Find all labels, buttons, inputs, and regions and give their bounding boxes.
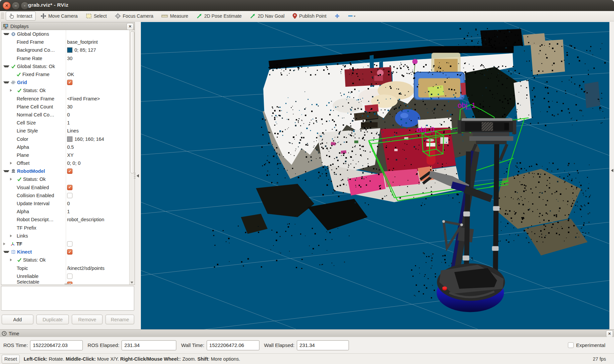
display-row[interactable]: Visual Enabled [1, 184, 135, 192]
row-value[interactable]: 0; 0; 0 [67, 160, 80, 166]
display-row[interactable]: Links [1, 232, 135, 240]
left-panel-splitter[interactable] [135, 22, 141, 329]
expander-open-icon[interactable] [3, 33, 9, 35]
collapse-left-icon[interactable] [137, 174, 139, 177]
display-row[interactable]: Line StyleLines [1, 127, 135, 135]
display-row[interactable]: Unreliable [1, 272, 135, 280]
display-row[interactable]: Grid [1, 78, 135, 86]
display-row[interactable]: Alpha0.5 [1, 143, 135, 151]
display-row[interactable]: Alpha1 [1, 208, 135, 216]
row-value[interactable]: 0.5 [67, 144, 74, 150]
toolbar-button-plus[interactable] [331, 11, 343, 21]
row-value[interactable]: 30 [67, 104, 72, 109]
toolbar-button-2d-pose-estimate[interactable]: 2D Pose Estimate [193, 11, 245, 21]
expander-closed-icon[interactable] [10, 235, 15, 237]
tree-scrollbar-thumb[interactable] [130, 31, 135, 173]
display-row[interactable]: Fixed Framebase_footprint [1, 38, 135, 46]
ros-time-input[interactable] [30, 340, 83, 350]
display-row[interactable]: Robot Descript…robot_description [1, 216, 135, 224]
tree-column-separator[interactable] [66, 30, 66, 285]
display-row[interactable]: PlaneXY [1, 151, 135, 159]
row-checkbox-checked[interactable] [67, 185, 72, 190]
row-value[interactable]: 0 [67, 201, 70, 206]
display-row[interactable]: Collision Enabled [1, 192, 135, 200]
render-viewport[interactable]: obj_0obj_1 [141, 22, 609, 329]
toolbar-button-2d-nav-goal[interactable]: 2D Nav Goal [246, 11, 288, 21]
experimental-checkbox[interactable] [568, 342, 574, 348]
row-checkbox-unchecked[interactable] [67, 241, 72, 247]
tree-resize-grip[interactable] [65, 283, 71, 285]
expander-closed-icon[interactable] [3, 243, 9, 245]
toolbar-button-measure[interactable]: Measure [158, 11, 191, 21]
expander-closed-icon[interactable] [10, 162, 15, 164]
add-button[interactable]: Add [2, 315, 33, 324]
row-value[interactable]: <Fixed Frame> [67, 96, 100, 101]
display-row[interactable]: Status: Ok [1, 256, 135, 264]
wall-elapsed-input[interactable] [297, 340, 349, 350]
row-value[interactable]: 30 [67, 56, 72, 61]
display-row[interactable]: Reference Frame<Fixed Frame> [1, 95, 135, 103]
row-checkbox-unchecked[interactable] [67, 274, 72, 279]
display-row[interactable]: Update Interval0 [1, 200, 135, 208]
color-swatch[interactable] [67, 47, 72, 53]
color-swatch[interactable] [67, 136, 72, 142]
display-row[interactable]: TF Prefix [1, 224, 135, 232]
display-row[interactable]: Cell Size1 [1, 119, 135, 127]
displays-close-icon[interactable]: ✕ [127, 23, 134, 30]
toolbar-button-focus-camera[interactable]: Focus Camera [112, 11, 157, 21]
display-row[interactable]: Frame Rate30 [1, 54, 135, 62]
tree-scrollbar[interactable] [129, 30, 135, 285]
ros-elapsed-input[interactable] [122, 340, 176, 350]
display-row[interactable]: TF [1, 240, 135, 248]
display-row[interactable]: Plane Cell Count30 [1, 103, 135, 111]
row-value[interactable]: /kinect2/sd/points [67, 266, 105, 271]
row-value[interactable]: Lines [67, 128, 79, 133]
display-row[interactable]: Global Status: Ok [1, 62, 135, 70]
toolbar-button-select[interactable]: Select [82, 11, 110, 21]
collapse-right-icon[interactable] [611, 169, 613, 172]
display-row[interactable]: Background Co…0; 85; 127 [1, 46, 135, 54]
row-value[interactable]: 0; 85; 127 [74, 47, 96, 53]
expander-closed-icon[interactable] [10, 178, 15, 180]
scroll-down-icon[interactable] [131, 282, 133, 284]
display-row[interactable]: Offset0; 0; 0 [1, 159, 135, 167]
row-value[interactable]: 0 [67, 112, 70, 117]
display-row[interactable]: Color160; 160; 164 [1, 135, 135, 143]
row-value[interactable]: XY [67, 152, 73, 158]
display-row[interactable]: Global Options [1, 30, 135, 38]
right-panel-splitter[interactable] [609, 22, 614, 329]
row-value[interactable]: 1 [67, 209, 70, 214]
display-row[interactable]: Kinect [1, 248, 135, 256]
duplicate-button[interactable]: Duplicate [36, 315, 69, 324]
time-close-icon[interactable]: ✕ [606, 330, 613, 337]
expander-open-icon[interactable] [3, 65, 9, 67]
display-row[interactable]: Status: Ok [1, 175, 135, 183]
row-value[interactable]: 160; 160; 164 [74, 136, 104, 142]
rename-button[interactable]: Rename [106, 315, 134, 324]
row-checkbox-checked[interactable] [67, 80, 72, 85]
reset-button[interactable]: Reset [2, 355, 20, 364]
row-checkbox-checked[interactable] [67, 249, 72, 255]
toolbar-button-publish-point[interactable]: Publish Point [289, 11, 330, 21]
splitter-grip[interactable] [134, 173, 136, 179]
display-row[interactable]: Status: Ok [1, 86, 135, 94]
wall-time-input[interactable] [207, 340, 259, 350]
row-value[interactable]: 1 [67, 120, 70, 125]
row-checkbox-checked[interactable] [67, 168, 72, 174]
row-value[interactable]: base_footprint [67, 39, 98, 45]
toolbar-grip[interactable] [1, 13, 4, 19]
expander-closed-icon[interactable] [10, 259, 15, 261]
displays-panel-header[interactable]: Displays ✕ [1, 22, 135, 30]
display-row[interactable]: RobotModel [1, 167, 135, 175]
row-value[interactable]: robot_description [67, 217, 104, 222]
window-minimize-button[interactable]: – [12, 2, 20, 10]
display-row[interactable]: Normal Cell Co…0 [1, 111, 135, 119]
expander-open-icon[interactable] [3, 81, 9, 83]
window-maximize-button[interactable]: ▫ [21, 2, 29, 10]
toolbar-button-interact[interactable]: Interact [6, 11, 36, 21]
toolbar-button-move-camera[interactable]: Move Camera [37, 11, 81, 21]
expander-open-icon[interactable] [3, 170, 9, 172]
remove-button[interactable]: Remove [72, 315, 103, 324]
display-row[interactable]: Topic/kinect2/sd/points [1, 264, 135, 272]
window-close-button[interactable]: ✕ [3, 2, 11, 10]
